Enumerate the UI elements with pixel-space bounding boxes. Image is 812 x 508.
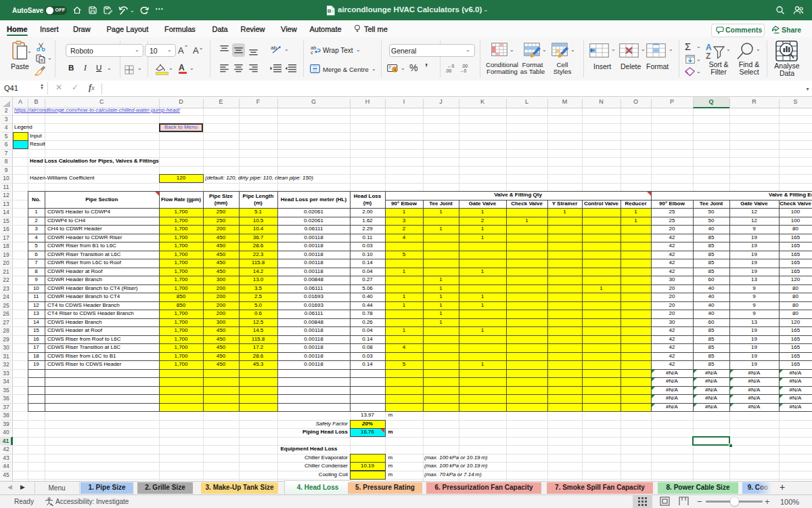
svg-text:.00: .00 (445, 68, 451, 73)
svg-text:c: c (311, 49, 313, 55)
svg-text:→0: →0 (459, 68, 467, 73)
svg-text:←0: ←0 (447, 64, 455, 68)
svg-text:Z: Z (706, 51, 710, 61)
svg-text:.00: .00 (461, 64, 468, 68)
svg-text:A: A (706, 43, 712, 52)
